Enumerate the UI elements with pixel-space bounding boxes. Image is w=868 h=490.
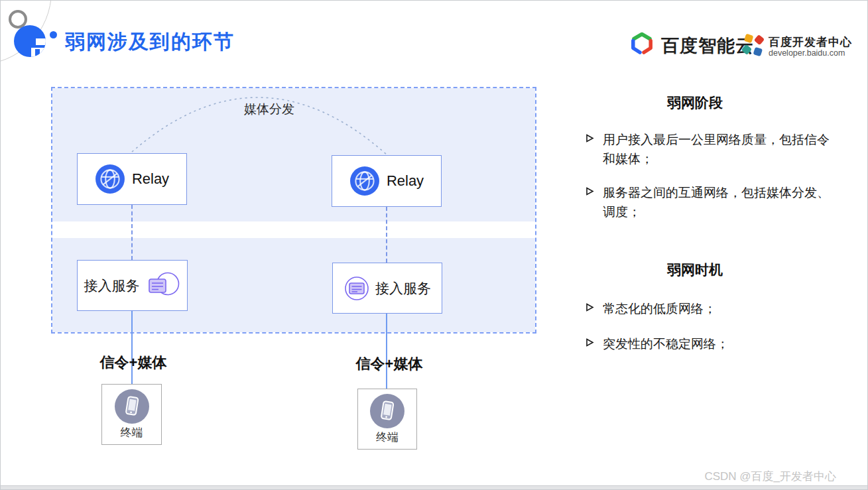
connector-dashed-right: [386, 207, 387, 263]
relay-node-left: Relay: [77, 153, 187, 205]
terminal-node-left: 终端: [101, 384, 162, 445]
arrowhead-marker-icon: [586, 133, 594, 143]
link-label-left: 信令+媒体: [77, 353, 190, 373]
terminal-label: 终端: [376, 430, 399, 445]
access-node-right: 接入服务: [332, 263, 442, 314]
bottom-strip: [1, 485, 867, 489]
bullet-item: 用户接入最后一公里网络质量，包括信令和媒体；: [586, 130, 830, 168]
csdn-watermark: CSDN @百度_开发者中心: [704, 469, 836, 484]
bullet-item: 常态化的低质网络；: [586, 299, 830, 318]
server-card-icon: [144, 271, 181, 301]
access-label: 接入服务: [375, 279, 431, 298]
connector-dashed-left: [131, 205, 133, 260]
bullet-text: 常态化的低质网络；: [603, 299, 716, 318]
globe-network-icon: [95, 164, 125, 194]
globe-network-icon: [349, 166, 380, 196]
bullet-item: 突发性的不稳定网络；: [586, 334, 830, 353]
connector-solid-left: [131, 311, 133, 384]
bullet-text: 突发性的不稳定网络；: [603, 334, 729, 353]
terminal-node-right: 终端: [357, 389, 417, 450]
relay-label: Relay: [387, 172, 424, 190]
server-card-icon: [343, 275, 370, 302]
mobile-phone-icon: [370, 394, 404, 428]
mobile-phone-icon: [115, 389, 149, 424]
bullet-text: 用户接入最后一公里网络质量，包括信令和媒体；: [603, 130, 830, 168]
slide-page: 弱网涉及到的环节 百度智能云 百度开发者中心 developer.baidu.c…: [0, 0, 868, 490]
arrowhead-marker-icon: [586, 337, 594, 347]
access-label: 接入服务: [84, 276, 140, 295]
relay-node-right: Relay: [332, 155, 442, 207]
terminal-label: 终端: [121, 425, 143, 440]
access-node-left: 接入服务: [77, 260, 188, 311]
section-title-weak-network-stage: 弱网阶段: [579, 93, 811, 112]
arrowhead-marker-icon: [586, 186, 594, 196]
connector-solid-right: [386, 314, 387, 389]
relay-label: Relay: [132, 170, 169, 188]
link-label-right: 信令+媒体: [333, 354, 446, 374]
arc-label: 媒体分发: [229, 101, 309, 118]
bullet-text: 服务器之间的互通网络，包括媒体分发、调度；: [603, 183, 830, 221]
arrowhead-marker-icon: [586, 302, 594, 312]
bullet-item: 服务器之间的互通网络，包括媒体分发、调度；: [586, 183, 830, 221]
section-title-weak-network-timing: 弱网时机: [579, 261, 811, 279]
